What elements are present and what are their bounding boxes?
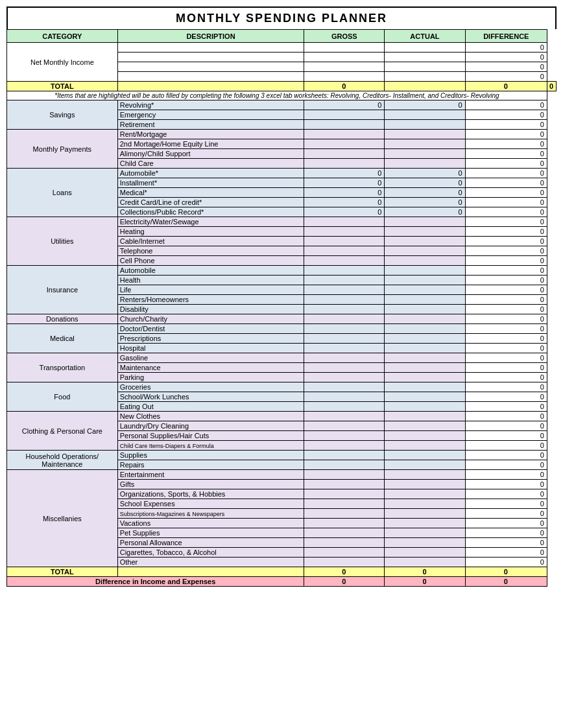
actual-cell: [385, 246, 465, 256]
diff-cell: 0: [465, 266, 547, 276]
diff-cell: 0: [465, 217, 547, 227]
gross-cell: [304, 237, 385, 246]
diff-cell: 0: [465, 295, 547, 305]
actual-cell: [385, 110, 465, 120]
desc-cell: Maintenance: [117, 363, 304, 373]
gross-cell: [304, 266, 385, 276]
gross-cell: [304, 334, 385, 344]
actual-cell: [385, 237, 465, 246]
gross-cell: [304, 402, 385, 412]
table-row: Net Monthly Income0: [7, 43, 557, 53]
actual-cell: [385, 227, 465, 237]
diff-cell: 0: [465, 431, 547, 441]
gross-cell: [304, 43, 385, 53]
diff-cell: 0: [465, 237, 547, 246]
gross-cell: [304, 62, 385, 72]
total-actual: [385, 82, 465, 91]
gross-cell: [304, 110, 385, 120]
category-cell: Savings: [7, 100, 118, 130]
desc-cell: Cable/Internet: [117, 237, 304, 246]
desc-cell: Gifts: [117, 480, 304, 489]
diff-cell: 0: [465, 509, 547, 519]
desc-cell: Telephone: [117, 246, 304, 256]
actual-cell: [385, 412, 465, 421]
desc-cell: [117, 72, 304, 82]
desc-cell: School Expenses: [117, 499, 304, 509]
diff-cell: 0: [465, 402, 547, 412]
actual-cell: [385, 256, 465, 266]
actual-cell: 0: [385, 100, 465, 110]
diff-cell: 0: [465, 72, 547, 82]
desc-cell: Automobile*: [117, 169, 304, 178]
gross-cell: [304, 519, 385, 528]
gross-cell: [304, 285, 385, 295]
actual-cell: [385, 373, 465, 382]
actual-cell: [385, 334, 465, 344]
actual-cell: [385, 441, 465, 451]
gross-cell: [304, 363, 385, 373]
gross-cell: [304, 558, 385, 567]
desc-cell: Eating Out: [117, 402, 304, 412]
desc-cell: Hospital: [117, 344, 304, 353]
table-row: LoansAutomobile*000: [7, 169, 557, 178]
actual-cell: [385, 353, 465, 363]
category-net-monthly-income: Net Monthly Income: [7, 43, 118, 82]
desc-cell: Cigarettes, Tobacco, & Alcohol: [117, 548, 304, 558]
actual-cell: [385, 72, 465, 82]
gross-cell: [304, 344, 385, 353]
page: MONTHLY SPENDING PLANNER CATEGORY DESCRI…: [0, 0, 563, 728]
actual-cell: [385, 276, 465, 285]
diff-cell: 0: [465, 373, 547, 382]
gross-cell: [304, 305, 385, 314]
spending-table: CATEGORY DESCRIPTION GROSS ACTUAL DIFFER…: [6, 29, 557, 587]
diff-cell: 0: [465, 188, 547, 198]
actual-cell: [385, 53, 465, 62]
gross-cell: [304, 460, 385, 470]
header-actual: ACTUAL: [385, 30, 465, 43]
gross-cell: [304, 499, 385, 509]
actual-cell: [385, 217, 465, 227]
actual-cell: [385, 149, 465, 159]
diff-cell: 0: [465, 285, 547, 295]
total-diff: 0: [547, 82, 556, 91]
gross-cell: 0: [304, 198, 385, 207]
actual-cell: [385, 363, 465, 373]
desc-cell: Prescriptions: [117, 334, 304, 344]
gross-cell: [304, 470, 385, 480]
desc-cell: Church/Charity: [117, 314, 304, 324]
actual-cell: [385, 139, 465, 149]
diff-cell: 0: [465, 169, 547, 178]
gross-cell: [304, 72, 385, 82]
category-cell: Utilities: [7, 217, 118, 266]
diff-cell: 0: [465, 334, 547, 344]
diff-cell: 0: [465, 353, 547, 363]
gross-cell: [304, 159, 385, 169]
desc-cell: [117, 43, 304, 53]
diff-cell: 0: [465, 246, 547, 256]
desc-cell: Personal Supplies/Hair Cuts: [117, 431, 304, 441]
diff-cell: 0: [465, 120, 547, 130]
actual-cell: [385, 43, 465, 53]
gross-cell: 0: [304, 169, 385, 178]
gross-cell: [304, 431, 385, 441]
diff-income-actual: 0: [385, 577, 465, 587]
actual-cell: [385, 62, 465, 72]
desc-cell: Automobile: [117, 266, 304, 276]
gross-cell: [304, 382, 385, 392]
category-cell: Donations: [7, 314, 118, 324]
desc-cell: Retirement: [117, 120, 304, 130]
desc-cell: Vacations: [117, 519, 304, 528]
gross-cell: [304, 538, 385, 548]
diff-income-gross: 0: [304, 577, 385, 587]
total-label: TOTAL: [7, 82, 118, 91]
actual-cell: [385, 470, 465, 480]
desc-cell: Parking: [117, 373, 304, 382]
gross-cell: 0: [304, 207, 385, 217]
gross-cell: [304, 528, 385, 538]
table-row: Monthly PaymentsRent/Mortgage0: [7, 130, 557, 139]
gross-cell: [304, 120, 385, 130]
desc-cell: Revolving*: [117, 100, 304, 110]
diff-cell: 0: [465, 43, 547, 53]
category-cell: Loans: [7, 169, 118, 217]
gross-cell: [304, 256, 385, 266]
